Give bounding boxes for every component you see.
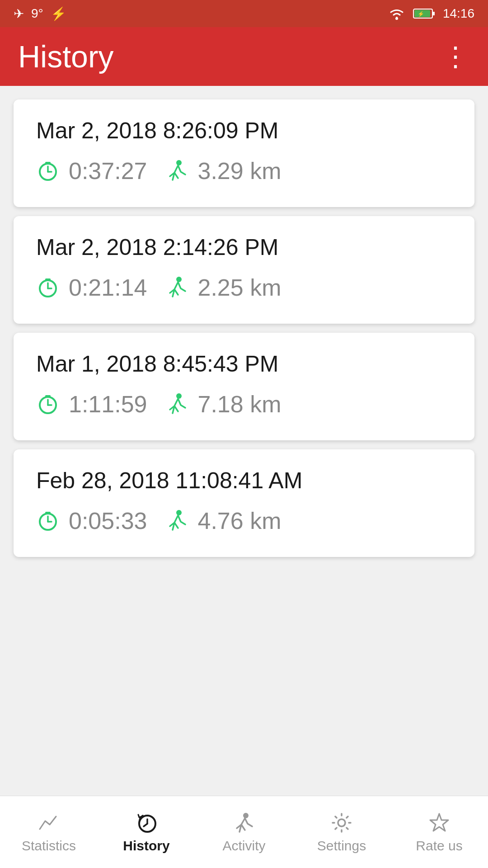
duration-value-3: 1:11:59 <box>69 391 147 418</box>
runner-icon-3 <box>165 392 189 416</box>
settings-icon <box>330 811 353 835</box>
duration-stat-2: 0:21:14 <box>36 274 147 301</box>
nav-activity[interactable]: Activity <box>195 796 293 868</box>
wifi-icon <box>388 7 406 20</box>
record-date-2: Mar 2, 2018 2:14:26 PM <box>36 234 452 260</box>
record-date-1: Mar 2, 2018 8:26:09 PM <box>36 118 452 144</box>
svg-point-24 <box>176 510 182 515</box>
record-date-3: Mar 1, 2018 8:45:43 PM <box>36 351 452 377</box>
svg-marker-30 <box>430 814 448 831</box>
status-bar: ✈ 9° ⚡ ⚡ 14:16 <box>0 0 488 27</box>
nav-settings[interactable]: Settings <box>293 796 390 868</box>
distance-stat-3: 7.18 km <box>165 391 282 418</box>
record-stats-3: 1:11:59 7.18 km <box>36 391 452 418</box>
svg-point-19 <box>176 393 182 399</box>
rateus-label: Rate us <box>416 838 462 854</box>
duration-value-1: 0:37:27 <box>69 157 147 184</box>
history-card-3[interactable]: Mar 1, 2018 8:45:43 PM 1:11:59 7.18 km <box>14 333 474 440</box>
distance-value-1: 3.29 km <box>198 157 282 184</box>
page-title: History <box>18 39 114 74</box>
star-icon <box>427 811 451 835</box>
svg-point-28 <box>243 813 249 818</box>
svg-rect-2 <box>432 12 435 15</box>
clock-time: 14:16 <box>443 6 474 21</box>
duration-value-2: 0:21:14 <box>69 274 147 301</box>
record-stats-4: 0:05:33 4.76 km <box>36 507 452 534</box>
distance-value-2: 2.25 km <box>198 274 282 301</box>
statistics-label: Statistics <box>22 838 76 854</box>
history-nav-label: History <box>123 838 169 854</box>
app-header: History ⋮ <box>0 27 488 86</box>
history-list: Mar 2, 2018 8:26:09 PM 0:37:27 3.29 km <box>0 86 488 796</box>
bottom-navigation: Statistics History Activity Settings Rat… <box>0 796 488 868</box>
temperature: 9° <box>31 6 43 21</box>
distance-value-4: 4.76 km <box>198 507 282 534</box>
svg-point-14 <box>176 277 182 282</box>
runner-icon-1 <box>165 159 189 183</box>
duration-stat-4: 0:05:33 <box>36 507 147 534</box>
distance-stat-2: 2.25 km <box>165 274 282 301</box>
status-left: ✈ 9° ⚡ <box>14 6 66 21</box>
distance-stat-1: 3.29 km <box>165 157 282 184</box>
svg-text:⚡: ⚡ <box>418 10 424 17</box>
statistics-icon <box>37 811 61 835</box>
nav-statistics[interactable]: Statistics <box>0 796 98 868</box>
svg-rect-6 <box>45 162 51 164</box>
svg-rect-21 <box>45 512 51 514</box>
settings-label: Settings <box>317 838 366 854</box>
activity-label: Activity <box>222 838 265 854</box>
svg-point-0 <box>395 17 398 20</box>
distance-stat-4: 4.76 km <box>165 507 282 534</box>
airplane-icon: ✈ <box>14 6 24 21</box>
battery-icon: ⚡ <box>413 7 436 20</box>
history-nav-icon <box>135 811 158 835</box>
activity-icon <box>232 811 256 835</box>
record-stats-1: 0:37:27 3.29 km <box>36 157 452 184</box>
duration-stat-1: 0:37:27 <box>36 157 147 184</box>
svg-point-29 <box>338 819 345 826</box>
history-card-1[interactable]: Mar 2, 2018 8:26:09 PM 0:37:27 3.29 km <box>14 99 474 207</box>
timer-icon-2 <box>36 276 60 299</box>
history-card-4[interactable]: Feb 28, 2018 11:08:41 AM 0:05:33 4.76 km <box>14 449 474 557</box>
timer-icon-4 <box>36 509 60 533</box>
runner-icon-4 <box>165 509 189 533</box>
distance-value-3: 7.18 km <box>198 391 282 418</box>
duration-stat-3: 1:11:59 <box>36 391 147 418</box>
history-card-2[interactable]: Mar 2, 2018 2:14:26 PM 0:21:14 2.25 km <box>14 216 474 324</box>
duration-value-4: 0:05:33 <box>69 507 147 534</box>
record-stats-2: 0:21:14 2.25 km <box>36 274 452 301</box>
svg-point-9 <box>176 160 182 165</box>
svg-rect-11 <box>45 278 51 281</box>
usb-icon: ⚡ <box>51 6 66 21</box>
svg-rect-16 <box>45 395 51 397</box>
nav-rateus[interactable]: Rate us <box>390 796 488 868</box>
runner-icon-2 <box>165 276 189 299</box>
nav-history[interactable]: History <box>98 796 195 868</box>
menu-button[interactable]: ⋮ <box>442 41 470 72</box>
svg-line-27 <box>144 824 147 826</box>
timer-icon-3 <box>36 392 60 416</box>
record-date-4: Feb 28, 2018 11:08:41 AM <box>36 467 452 494</box>
timer-icon-1 <box>36 159 60 183</box>
status-right: ⚡ 14:16 <box>388 6 474 21</box>
